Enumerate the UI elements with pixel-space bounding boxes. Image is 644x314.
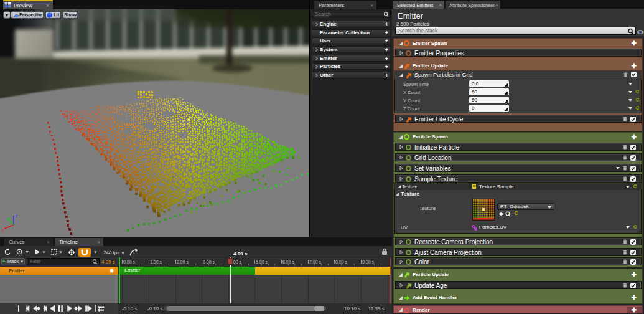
svg-text:z: z: [16, 214, 17, 218]
svg-text:x: x: [2, 228, 4, 232]
